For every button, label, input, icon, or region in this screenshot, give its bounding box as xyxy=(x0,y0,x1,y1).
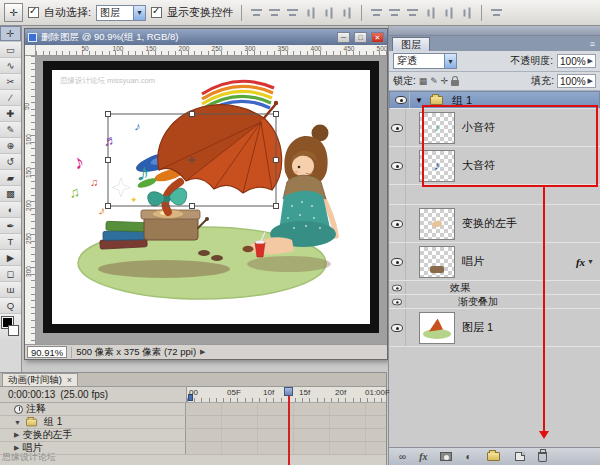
maximize-button[interactable]: □ xyxy=(354,32,367,43)
status-menu-arrow-icon[interactable]: ▶ xyxy=(200,348,205,356)
layer-thumbnail[interactable] xyxy=(419,312,455,344)
fill-field[interactable]: 100% ▶ xyxy=(557,74,596,88)
align-left-edges-icon[interactable] xyxy=(305,6,317,19)
expand-triangle-icon[interactable]: ▼ xyxy=(415,96,423,105)
panel-menu-icon[interactable]: ≡ xyxy=(590,39,595,49)
zoom-tool[interactable]: Q xyxy=(0,298,21,314)
distribute-right-edges-icon[interactable] xyxy=(461,6,473,19)
visibility-toggle[interactable] xyxy=(389,147,406,184)
gradient-tool[interactable]: ▩ xyxy=(0,186,21,202)
blend-mode-dropdown[interactable]: 穿透 ▾ xyxy=(393,53,457,69)
layer-thumbnail[interactable] xyxy=(419,246,455,278)
align-vertical-centers-icon[interactable] xyxy=(268,7,281,19)
opacity-field[interactable]: 100% ▶ xyxy=(557,54,596,68)
expand-triangle-icon[interactable]: ▶ xyxy=(14,431,19,439)
healing-tool[interactable]: ✚ xyxy=(0,106,21,122)
distribute-left-edges-icon[interactable] xyxy=(425,6,437,19)
close-icon[interactable]: × xyxy=(67,374,72,386)
tab-animation-timeline[interactable]: 动画(时间轴) × xyxy=(2,373,78,386)
playhead-line[interactable] xyxy=(288,395,290,465)
document-title-bar[interactable]: 删除图层 @ 90.9%(组 1, RGB/8) ─ □ ✕ xyxy=(25,29,387,45)
history-brush-tool[interactable]: ↺ xyxy=(0,154,21,170)
playhead-handle[interactable] xyxy=(284,387,293,396)
marquee-tool[interactable]: ▭ xyxy=(0,42,21,58)
new-adjustment-layer-icon[interactable]: ◐ xyxy=(465,452,471,462)
lock-transparency-icon[interactable]: ▦ xyxy=(419,77,428,86)
minimize-button[interactable]: ─ xyxy=(337,32,350,43)
shape-tool[interactable]: ◻ xyxy=(0,266,21,282)
track-lane[interactable] xyxy=(186,403,386,415)
track-left-hand[interactable]: ▶ 变换的左手 xyxy=(0,429,386,442)
track-label-cell[interactable]: 注释 xyxy=(0,403,186,415)
canvas-illustration[interactable]: 思缘设计论坛 missyuan.com xyxy=(52,70,370,324)
lock-position-icon[interactable]: ✛ xyxy=(441,77,449,86)
vertical-ruler[interactable]: 50 100 150 200 250 300 xyxy=(25,56,36,344)
new-layer-icon[interactable] xyxy=(515,452,525,461)
tab-layers[interactable]: 图层 xyxy=(392,37,430,51)
brush-tool[interactable]: ✎ xyxy=(0,122,21,138)
expand-triangle-icon[interactable]: ▼ xyxy=(14,419,21,426)
move-tool[interactable]: ✛ xyxy=(0,26,21,42)
layer-style-badge[interactable]: fx ▼ xyxy=(576,256,594,268)
layer-row-record[interactable]: 唱片 fx ▼ xyxy=(389,243,600,281)
distribute-top-edges-icon[interactable] xyxy=(370,7,383,19)
auto-select-dropdown[interactable]: 图层 ▾ xyxy=(96,5,146,21)
horizontal-ruler[interactable]: 50 100 150 200 250 300 350 400 450 500 xyxy=(36,45,387,56)
layer-row-layer-1[interactable]: 图层 1 xyxy=(389,309,600,347)
lasso-tool[interactable]: ∿ xyxy=(0,58,21,74)
align-bottom-edges-icon[interactable] xyxy=(286,7,299,19)
crop-tool[interactable]: ✂ xyxy=(0,74,21,90)
visibility-toggle[interactable] xyxy=(389,295,406,308)
track-lane[interactable] xyxy=(186,442,386,454)
lock-all-icon[interactable] xyxy=(451,80,459,86)
svg-text:♫: ♫ xyxy=(68,183,81,201)
track-lane[interactable] xyxy=(186,416,386,428)
fx-icon: fx xyxy=(576,256,585,268)
visibility-toggle[interactable] xyxy=(389,309,406,346)
add-layer-mask-icon[interactable] xyxy=(440,452,452,461)
close-button[interactable]: ✕ xyxy=(371,32,384,43)
distribute-bottom-edges-icon[interactable] xyxy=(406,7,419,19)
type-tool[interactable]: T xyxy=(0,234,21,250)
show-transform-checkbox[interactable] xyxy=(151,7,162,18)
align-right-edges-icon[interactable] xyxy=(341,6,353,19)
align-horizontal-centers-icon[interactable] xyxy=(323,6,335,19)
effects-row[interactable]: 效果 xyxy=(389,281,600,295)
visibility-toggle[interactable] xyxy=(389,243,406,280)
zoom-level-field[interactable]: 90.91% xyxy=(27,346,67,358)
visibility-toggle[interactable] xyxy=(389,281,406,294)
track-lane[interactable] xyxy=(186,429,386,441)
delete-layer-icon[interactable] xyxy=(538,452,547,462)
align-top-edges-icon[interactable] xyxy=(250,7,263,19)
background-color-swatch[interactable] xyxy=(8,325,19,336)
layer-thumbnail[interactable] xyxy=(419,208,455,240)
current-time-display[interactable]: 0:00:00:13 (25.00 fps) xyxy=(8,389,108,400)
track-label-cell[interactable]: ▼ 组 1 xyxy=(0,416,186,428)
eyedropper-tool[interactable]: ∕ xyxy=(0,90,21,106)
stopwatch-icon[interactable] xyxy=(14,405,23,414)
distribute-vertical-centers-icon[interactable] xyxy=(388,7,401,19)
visibility-toggle[interactable] xyxy=(389,109,406,146)
hand-tool[interactable]: ɯ xyxy=(0,282,21,298)
path-select-tool[interactable]: ▶ xyxy=(0,250,21,266)
clone-stamp-tool[interactable]: ⊕ xyxy=(0,138,21,154)
auto-align-layers-icon[interactable] xyxy=(490,7,503,19)
visibility-toggle[interactable] xyxy=(389,205,406,242)
eye-icon xyxy=(395,96,407,104)
pen-tool[interactable]: ✒ xyxy=(0,218,21,234)
link-layers-icon[interactable]: ∞ xyxy=(399,452,406,462)
track-label-cell[interactable]: ▶ 变换的左手 xyxy=(0,429,186,441)
eraser-tool[interactable]: ▰ xyxy=(0,170,21,186)
lock-pixels-icon[interactable]: ✎ xyxy=(430,77,438,86)
layer-row-left-hand[interactable]: 变换的左手 xyxy=(389,205,600,243)
dodge-tool[interactable]: ◐ xyxy=(0,202,21,218)
visibility-toggle[interactable] xyxy=(393,92,410,108)
track-record[interactable]: ▶ 唱片 xyxy=(0,442,386,455)
add-layer-style-icon[interactable]: fx xyxy=(419,452,427,462)
auto-select-checkbox[interactable] xyxy=(28,7,39,18)
gradient-overlay-row[interactable]: 渐变叠加 xyxy=(389,295,600,309)
distribute-horizontal-centers-icon[interactable] xyxy=(443,6,455,19)
current-tool-button[interactable]: ✛ xyxy=(4,3,23,22)
new-group-icon[interactable] xyxy=(487,452,500,461)
panel-dock-header[interactable] xyxy=(389,26,600,36)
